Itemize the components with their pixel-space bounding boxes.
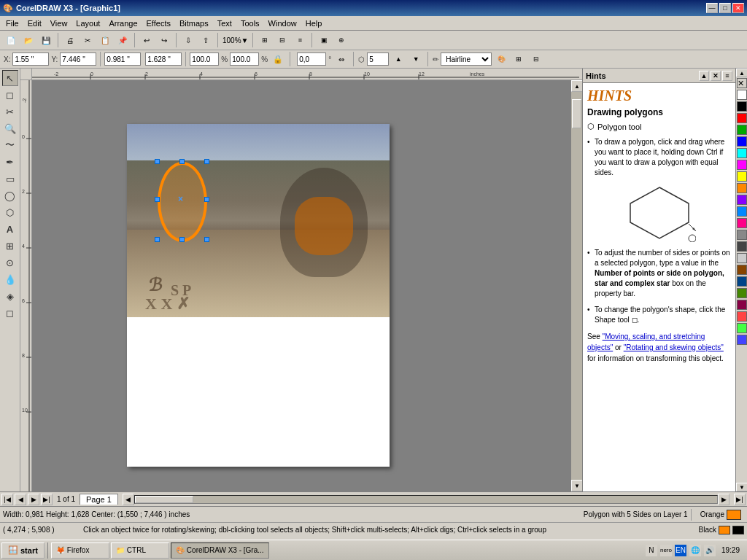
window-controls[interactable]: — □ ✕ [706, 3, 744, 13]
color-white[interactable] [737, 90, 747, 100]
menu-arrange[interactable]: Arrange [104, 18, 142, 29]
palette-down-button[interactable]: ▼ [736, 483, 747, 491]
color-lime[interactable] [737, 323, 747, 333]
open-button[interactable]: 📂 [20, 33, 36, 47]
page-1-tab[interactable]: Page 1 [80, 494, 118, 505]
fill-tool[interactable]: ◈ [2, 288, 18, 304]
language-indicator[interactable]: EN [675, 545, 686, 556]
color-lightblue[interactable] [737, 206, 747, 217]
shape-tool[interactable]: ◻ [2, 87, 18, 103]
menu-edit[interactable]: Edit [23, 18, 46, 29]
sel-handle-br[interactable] [204, 237, 209, 242]
h-scroll-thumb[interactable] [135, 496, 193, 503]
color-magenta[interactable] [737, 160, 747, 170]
outline-color-btn[interactable]: 🎨 [493, 52, 509, 66]
start-button[interactable]: 🪟 start [1, 542, 44, 559]
h-scroll-area[interactable]: ◀ ▶ [123, 494, 729, 505]
restore-button[interactable]: □ [719, 3, 731, 13]
redo-button[interactable]: ↪ [156, 33, 172, 47]
color-gray[interactable] [737, 230, 747, 240]
color-yellow[interactable] [737, 171, 747, 182]
color-medblue[interactable] [737, 335, 747, 345]
hints-collapse-button[interactable]: ▲ [699, 71, 709, 81]
scale-x-input[interactable] [190, 52, 219, 66]
sel-handle-tc[interactable] [179, 159, 185, 164]
color-olive[interactable] [737, 288, 747, 298]
h-input[interactable] [145, 52, 182, 66]
scroll-down-button[interactable]: ▼ [571, 480, 582, 491]
color-maroon[interactable] [737, 300, 747, 310]
paste-button[interactable]: 📌 [115, 33, 131, 47]
page-prev-button[interactable]: ◀ [15, 494, 26, 505]
launcher2[interactable]: ⊕ [333, 33, 349, 47]
color-navy[interactable] [737, 276, 747, 287]
color-red[interactable] [737, 113, 747, 123]
table-tool[interactable]: ⊞ [2, 238, 18, 254]
page-last-button[interactable]: ▶| [41, 494, 53, 505]
menu-file[interactable]: File [1, 18, 23, 29]
color-blue[interactable] [737, 136, 747, 147]
hscroll-right-button[interactable]: ▶ [718, 494, 729, 505]
palette-up-button[interactable]: ▲ [736, 69, 747, 77]
y-input[interactable] [60, 52, 96, 66]
sel-handle-bl[interactable] [155, 237, 160, 242]
menu-view[interactable]: View [46, 18, 72, 29]
smartdraw-tool[interactable]: ✒ [2, 154, 18, 170]
page-next-button[interactable]: ▶ [28, 494, 39, 505]
eyedropper-tool[interactable]: 💧 [2, 271, 18, 287]
taskbar-firefox[interactable]: 🦊 Firefox [51, 542, 109, 559]
outline-select[interactable]: Hairline [441, 52, 492, 66]
sel-handle-ml[interactable] [155, 197, 160, 202]
canvas-area[interactable]: ℬ S P X X ✗ [32, 80, 582, 491]
cut-button[interactable]: ✂ [80, 33, 96, 47]
sel-handle-tl[interactable] [155, 159, 160, 164]
object-properties-btn[interactable]: ⊞ [511, 52, 527, 66]
copy-button[interactable]: 📋 [97, 33, 113, 47]
undo-button[interactable]: ↩ [139, 33, 155, 47]
scroll-track[interactable] [571, 92, 582, 480]
crop-tool[interactable]: ✂ [2, 104, 18, 120]
taskbar-ctrl[interactable]: 📁 CTRL [111, 542, 169, 559]
ellipse-tool[interactable]: ◯ [2, 187, 18, 203]
sel-handle-bc[interactable] [179, 237, 185, 242]
hscroll-end-button[interactable]: ▶| [734, 494, 746, 505]
menu-effects[interactable]: Effects [142, 18, 175, 29]
menu-tools[interactable]: Tools [236, 18, 264, 29]
color-cyan[interactable] [737, 148, 747, 158]
new-button[interactable]: 📄 [3, 33, 19, 47]
color-lightgray[interactable] [737, 253, 747, 263]
angle-input[interactable] [297, 52, 326, 66]
sel-handle-mr[interactable] [204, 197, 209, 202]
mirror-h-button[interactable]: ⇔ [333, 52, 349, 66]
color-brown[interactable] [737, 265, 747, 275]
zoom-tool[interactable]: 🔍 [2, 120, 18, 136]
lock-ratio-button[interactable]: 🔒 [270, 52, 286, 66]
sides-up[interactable]: ▲ [390, 52, 406, 66]
import-button[interactable]: ⇩ [180, 33, 196, 47]
color-purple[interactable] [737, 195, 747, 205]
sides-down[interactable]: ▼ [408, 52, 424, 66]
tray-icon-1[interactable]: N [646, 545, 657, 556]
save-button[interactable]: 💾 [38, 33, 54, 47]
sel-handle-tr[interactable] [204, 159, 209, 164]
menu-help[interactable]: Help [301, 18, 327, 29]
snap-btn[interactable]: ⊞ [257, 33, 273, 47]
rect-tool[interactable]: ▭ [2, 171, 18, 187]
color-green[interactable] [737, 125, 747, 135]
align-btn[interactable]: ≡ [292, 33, 308, 47]
polygon-tool[interactable]: ⬡ [2, 204, 18, 220]
menu-text[interactable]: Text [213, 18, 236, 29]
minimize-button[interactable]: — [706, 3, 718, 13]
text-tool[interactable]: A [2, 221, 18, 237]
close-button[interactable]: ✕ [732, 3, 744, 13]
select-tool[interactable]: ↖ [2, 70, 18, 86]
w-input[interactable] [104, 52, 141, 66]
no-color-swatch[interactable]: ✕ [737, 78, 747, 88]
vertical-scrollbar[interactable]: ▲ ▼ [570, 80, 582, 491]
color-black[interactable] [737, 101, 747, 112]
page-first-button[interactable]: |◀ [1, 494, 13, 505]
nero-icon[interactable]: nero [660, 545, 672, 556]
menu-bitmaps[interactable]: Bitmaps [175, 18, 213, 29]
scroll-up-button[interactable]: ▲ [571, 80, 582, 92]
hints-menu-button[interactable]: ≡ [722, 71, 732, 81]
